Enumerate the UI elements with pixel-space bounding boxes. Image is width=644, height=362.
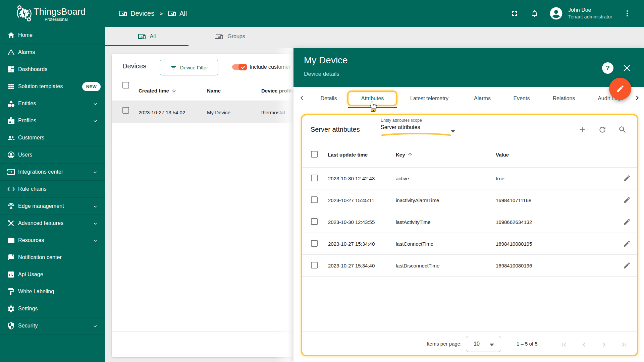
items-per-page-select[interactable]: 10 (466, 336, 501, 352)
sidebar-item-entities[interactable]: Entities (0, 95, 105, 112)
sidebar-item-alarms[interactable]: Alarms (0, 44, 105, 61)
sidebar-item-rule-chains[interactable]: Rule chains (0, 181, 105, 198)
edit-icon[interactable] (623, 240, 631, 248)
hand-cursor-icon (369, 102, 378, 114)
drawer-tab-alarms[interactable]: Alarms (472, 89, 493, 108)
sidebar-item-home[interactable]: Home (0, 27, 105, 44)
chevron-down-icon (93, 170, 98, 175)
row-checkbox[interactable] (122, 107, 129, 114)
tab-groups[interactable]: Groups (189, 27, 272, 46)
breadcrumb-all[interactable]: All (168, 9, 187, 17)
next-page-icon[interactable] (600, 341, 608, 349)
sidebar-item-settings[interactable]: Settings (0, 300, 105, 317)
drawer-tab-latest-telemetry[interactable]: Latest telemetry (406, 89, 452, 108)
chevron-right-icon[interactable] (633, 94, 642, 102)
attribute-row[interactable]: 2023-10-30 12:42:43 active true (302, 167, 637, 189)
attr-time: 2023-10-27 15:34:40 (328, 233, 375, 255)
sidebar-item-white-labeling[interactable]: White Labeling (0, 283, 105, 300)
add-icon[interactable] (578, 125, 587, 134)
attr-value: true (496, 168, 504, 189)
select-all-checkbox[interactable] (122, 82, 129, 88)
sidebar-item-dashboards[interactable]: Dashboards (0, 61, 105, 78)
attribute-row[interactable]: 2023-10-27 15:45:11 inactivityAlarmTime … (302, 189, 637, 211)
refresh-icon[interactable] (598, 125, 607, 134)
bell-icon[interactable] (531, 9, 539, 17)
previous-page-icon[interactable] (580, 341, 588, 349)
sidebar-item-resources[interactable]: Resources (0, 232, 105, 249)
badge-icon (7, 117, 15, 125)
sidebar-item-advanced-features[interactable]: Advanced features (0, 215, 105, 232)
last-page-icon[interactable] (620, 341, 628, 349)
fullscreen-icon[interactable] (511, 9, 519, 17)
chevron-down-icon (93, 102, 98, 106)
drawer-subtitle: Device details (304, 71, 339, 77)
column-created-time[interactable]: Created time (139, 80, 177, 101)
sidebar-item-integrations-center[interactable]: Integrations center (0, 164, 105, 181)
column-last-update-time[interactable]: Last update time (328, 146, 368, 163)
chevron-left-icon[interactable] (298, 94, 306, 102)
row-checkbox[interactable] (311, 262, 318, 268)
grid-icon (7, 82, 15, 90)
breadcrumb-devices[interactable]: Devices (119, 9, 154, 17)
attr-time: 2023-10-27 15:45:11 (328, 189, 374, 211)
devices-icon (168, 9, 176, 17)
pencil-icon (616, 84, 625, 93)
entity-group-tabs: All Groups (105, 27, 272, 46)
more-vert-icon[interactable] (623, 9, 631, 17)
column-value[interactable]: Value (496, 146, 509, 163)
drawer-title: My Device (304, 55, 348, 66)
sidebar-item-customers[interactable]: Customers (0, 129, 105, 146)
sidebar-item-solution-templates[interactable]: Solution templates NEW (0, 78, 105, 95)
select-underline (381, 138, 457, 138)
toggle-switch[interactable] (232, 64, 246, 70)
drawer-tab-details[interactable]: Details (311, 89, 347, 108)
category-icon (7, 100, 15, 108)
user-info[interactable]: John Doe Tenant administrator (568, 7, 623, 20)
thingsboard-logo[interactable]: ThingsBoard Professional (16, 5, 93, 22)
sidebar-item-profiles[interactable]: Profiles (0, 112, 105, 129)
edit-icon[interactable] (623, 196, 631, 204)
column-name[interactable]: Name (207, 80, 221, 101)
sidebar-item-edge-management[interactable]: Edge management (0, 198, 105, 215)
sidebar-item-security[interactable]: Security (0, 317, 105, 335)
question-mark-icon: ? (606, 64, 610, 72)
edit-icon[interactable] (623, 174, 631, 182)
edit-icon[interactable] (623, 261, 631, 269)
edit-icon[interactable] (623, 218, 631, 226)
first-page-icon[interactable] (560, 341, 568, 349)
sidebar-item-notification-center[interactable]: Notification center (0, 249, 105, 266)
avatar[interactable] (549, 7, 563, 20)
attr-key: lastActivityTime (396, 211, 431, 233)
close-icon[interactable] (623, 64, 631, 72)
sidebar-item-api-usage[interactable]: Api Usage (0, 266, 105, 283)
devices-icon (119, 9, 127, 17)
row-checkbox[interactable] (311, 196, 318, 203)
tab-all[interactable]: All (105, 27, 189, 46)
people-icon (7, 134, 15, 142)
attributes-card: Server attributes Entity attributes scop… (301, 114, 638, 356)
row-checkbox[interactable] (311, 175, 318, 181)
attribute-row[interactable]: 2023-10-30 12:43:55 lastActivityTime 169… (302, 211, 637, 233)
attribute-row[interactable]: 2023-10-27 15:34:40 lastConnectTime 1698… (302, 233, 637, 254)
drawer-tab-events[interactable]: Events (512, 89, 531, 108)
devices-icon (138, 33, 146, 41)
attribute-row[interactable]: 2023-10-27 15:34:40 lastDisconnectTime 1… (302, 254, 637, 276)
edit-fab[interactable] (609, 78, 631, 100)
device-details-drawer: My Device Device details ? Details Attri… (293, 48, 644, 362)
attributes-table-header: Last update time Key Value (302, 146, 637, 163)
scope-select[interactable]: Entity attributes scope Server attribute… (381, 118, 458, 130)
attr-value: 1698410080195 (496, 233, 532, 255)
sidebar-item-users[interactable]: Users (0, 146, 105, 164)
chevron-down-icon (93, 221, 98, 226)
help-button[interactable]: ? (602, 62, 613, 74)
device-filter-button[interactable]: Device Filter (160, 60, 218, 75)
select-all-checkbox[interactable] (311, 151, 318, 158)
chart-icon (7, 270, 15, 279)
warning-icon (7, 48, 15, 56)
search-icon[interactable] (618, 125, 627, 134)
toolbar-actions: John Doe Tenant administrator (511, 0, 644, 27)
column-key[interactable]: Key (396, 146, 413, 163)
row-checkbox[interactable] (311, 240, 318, 247)
drawer-tab-relations[interactable]: Relations (550, 89, 577, 108)
row-checkbox[interactable] (311, 218, 318, 225)
